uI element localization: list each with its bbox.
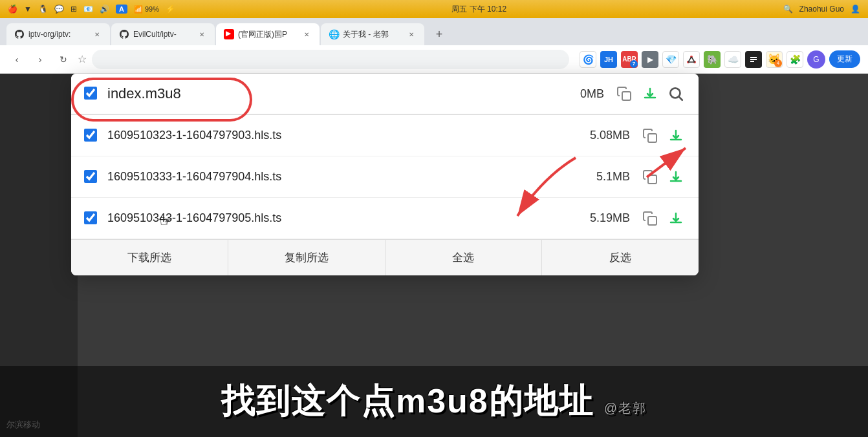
datetime-display: 周五 下午 10:12 [451,4,506,15]
svg-line-11 [679,97,682,100]
filesize-4: 5.19MB [578,211,630,225]
main-content: 尔滨移动 index.m3u8 0MB [0,74,868,437]
system-icon-4[interactable]: 📧 [83,5,93,14]
profile-avatar[interactable]: G [807,50,825,69]
filesize-1: 0MB [552,87,604,101]
download-row-2: 1609510323-1-1604797903.hls.ts 5.08MB [71,115,699,156]
svg-line-4 [691,57,695,62]
apple-logo-icon[interactable]: 🍎 [8,5,17,14]
copy-icon-1[interactable] [614,84,634,103]
svg-rect-12 [648,134,656,142]
update-button[interactable]: 更新 [829,50,860,68]
address-bar-row: ‹ › ↻ ☆ 🌀 JH ABR 7 ▶ 💎 [0,45,868,74]
address-bar[interactable] [92,50,569,69]
macos-bar-left: 🍎 ▼ 🐧 💬 ⊞ 📧 🔊 A 📶 99% ⚡ [8,5,175,14]
system-icon-3[interactable]: ⊞ [71,5,77,14]
macos-bar-right: 🔍 Zhaohui Guo 👤 [783,5,860,14]
macos-search-icon[interactable]: 🔍 [783,5,793,14]
input-method-indicator[interactable]: A [116,5,127,14]
tab2-close[interactable]: ✕ [197,29,207,39]
user-avatar[interactable]: 👤 [851,5,860,14]
github-icon-tab2 [119,29,129,39]
svg-rect-9 [622,92,631,100]
network-status: 📶 99% [134,5,159,14]
ext-puzzle[interactable]: 🧩 [787,51,803,68]
action-icons-3 [640,167,686,187]
tab4-close[interactable]: ✕ [406,29,417,39]
tab-about[interactable]: 🌐 关于我 - 老郭 ✕ [321,23,424,45]
ext-cloud[interactable]: ☁️ [724,51,741,68]
download-icon-2[interactable] [666,126,686,145]
action-icons-1 [614,84,686,103]
select-all-button[interactable]: 全选 [385,240,543,275]
checkbox-4[interactable] [84,211,98,226]
system-icon-2[interactable]: 💬 [54,5,64,14]
back-button[interactable]: ‹ [8,50,26,69]
new-tab-button[interactable]: + [428,23,450,45]
copy-icon-3[interactable] [640,167,660,187]
download-row-3: 1609510333-1-1604797904.hls.ts 5.1MB [71,156,699,198]
filesize-3: 5.1MB [578,170,630,184]
extension-icons: 🌀 JH ABR 7 ▶ 💎 [580,50,860,69]
subtitle-area: 找到这个点m3u8的地址@老郭 [0,366,868,437]
ext-cat-badge: 4 [774,59,782,67]
tab3-close[interactable]: ✕ [301,29,312,39]
reload-button[interactable]: ↻ [54,50,72,69]
tab3-title: (官网正版)国P [238,29,298,40]
ext-arrow[interactable]: ▶ [642,51,658,68]
forward-button[interactable]: › [31,50,49,69]
subtitle-text: 找到这个点m3u8的地址@老郭 [221,379,647,424]
system-icon-1[interactable]: 🐧 [38,5,48,14]
system-icon-5[interactable]: 🔊 [100,5,109,14]
checkbox-input-3[interactable] [84,170,97,183]
download-row-4: 1609510343-1-1604797905.hls.ts 5.19MB [71,198,699,239]
checkbox-3[interactable] [84,170,98,184]
checkbox-1[interactable] [84,87,98,101]
copy-selected-button[interactable]: 复制所选 [228,240,385,275]
download-icon-3[interactable] [666,167,686,187]
filename-1: index.m3u8 [107,85,552,102]
ext-cat[interactable]: 🐱 4 [766,51,783,68]
filename-3: 1609510333-1-1604797904.hls.ts [107,170,578,184]
svg-line-3 [688,57,691,62]
tab-iptv-org[interactable]: iptv-org/iptv: ✕ [6,23,110,45]
copy-icon-4[interactable] [640,209,660,228]
macos-menubar: 🍎 ▼ 🐧 💬 ⊞ 📧 🔊 A 📶 99% ⚡ 周五 下午 10:12 🔍 Zh… [0,0,868,18]
invert-select-button[interactable]: 反选 [542,240,699,275]
ext-jh[interactable]: JH [600,51,617,68]
subtitle-main-text: 找到这个点m3u8的地址 [221,382,594,420]
checkbox-input-4[interactable] [84,211,97,224]
download-icon-4[interactable] [666,209,686,228]
ext-elephant[interactable]: 🐘 [704,51,721,68]
checkbox-input-1[interactable] [84,87,97,100]
ext-network[interactable] [683,51,700,68]
download-icon-1[interactable] [640,84,660,103]
tab-evilcult[interactable]: EvilCult/iptv- ✕ [111,23,215,45]
ext-abr-badge: 7 [630,60,638,68]
tab4-title: 关于我 - 老郭 [343,29,402,40]
action-icons-4 [640,209,686,228]
checkbox-2[interactable] [84,129,98,143]
filename-4: 1609510343-1-1604797905.hls.ts [107,211,578,225]
action-icons-2 [640,126,686,145]
search-icon-1[interactable] [666,84,686,103]
ext-dark[interactable] [745,51,762,68]
browser-frame: iptv-org/iptv: ✕ EvilCult/iptv- ✕ ▶ (官网正… [0,18,868,74]
macos-bar-center: 周五 下午 10:12 [451,4,506,15]
ext-abr[interactable]: ABR 7 [621,51,638,68]
tab-youtube[interactable]: ▶ (官网正版)国P ✕ [216,23,320,45]
tab1-close[interactable]: ✕ [92,29,102,39]
checkbox-input-2[interactable] [84,129,97,142]
download-selected-button[interactable]: 下载所选 [71,240,228,275]
battery-icon: ⚡ [166,5,175,14]
globe-icon-tab4: 🌐 [329,29,339,39]
download-dropdown: index.m3u8 0MB [71,74,699,275]
youtube-icon-tab3: ▶ [224,29,234,39]
app-menu[interactable]: ▼ [24,5,32,14]
copy-icon-2[interactable] [640,126,660,145]
bottom-buttons: 下载所选 复制所选 全选 反选 [71,239,699,275]
bookmark-star[interactable]: ☆ [78,53,87,65]
github-icon-tab1 [14,29,25,39]
ext-diamond[interactable]: 💎 [662,51,679,68]
ext-spiral[interactable]: 🌀 [580,51,596,68]
